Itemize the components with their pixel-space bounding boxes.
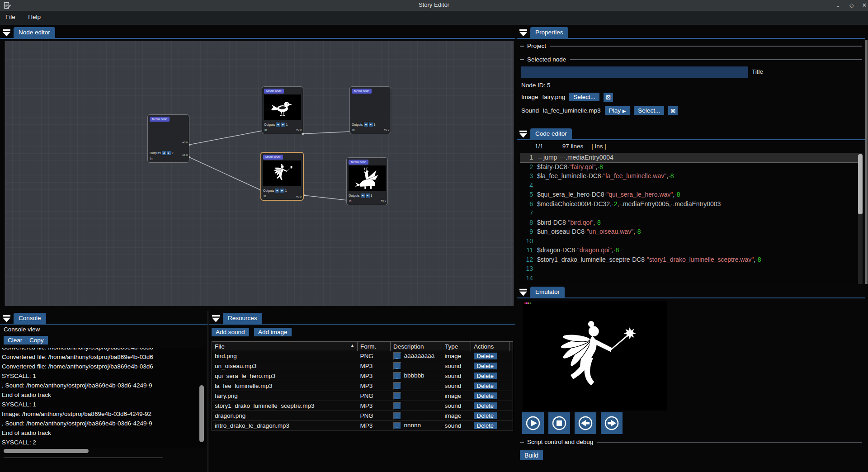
column-description[interactable]: Description [391,342,442,351]
console-clear-button[interactable]: Clear [4,336,26,345]
delete-button[interactable]: Delete [474,373,497,379]
tab-resources[interactable]: Resources [223,313,262,324]
code-line[interactable]: 3$la_fee_luminelle·DC8·"la_fee_luminelle… [520,171,863,181]
add-sound-button[interactable]: Add sound [212,328,249,336]
output-prev-icon[interactable]: ◀ [276,123,280,127]
add-image-button[interactable]: Add image [254,328,292,336]
tab-code-editor[interactable]: Code editor [530,128,572,139]
sound-clear-icon[interactable]: ⊠ [668,106,678,115]
description-edit-button[interactable]: .. [393,402,401,410]
story-node[interactable]: Media nodeOutputs◀▶1In#0 0 [260,152,304,201]
output-prev-icon[interactable]: ◀ [275,189,279,193]
description-edit-button[interactable]: .. [393,382,401,390]
collapse-icon[interactable] [519,29,527,37]
node-connection[interactable] [303,132,350,134]
emulator-stop-button[interactable] [548,412,570,434]
resource-format: MP3 [358,381,391,391]
tab-emulator[interactable]: Emulator [530,287,565,297]
code-line[interactable]: 2$fairy·DC8·"fairy.qoi",·8 [520,162,863,172]
output-next-icon[interactable]: ▶ [366,194,370,198]
output-next-icon[interactable]: ▶ [167,151,171,155]
collapse-icon[interactable] [3,315,10,322]
node-connection[interactable] [189,131,263,145]
story-node[interactable]: Media nodeOutputs◀▶1In#0 0 [346,157,388,205]
minimize-icon[interactable]: ⌄ [833,1,843,9]
code-line[interactable]: 15 Special Text Transition [520,283,863,284]
node-connection[interactable] [304,195,347,200]
description-edit-button[interactable]: .. [393,422,401,430]
code-line[interactable]: 12$story1_drako_luminelle_sceptre·DC8·"s… [520,255,863,264]
delete-button[interactable]: Delete [474,382,497,389]
story-node[interactable]: Media nodeOutputs◀▶1In#0 0 [262,86,303,134]
tab-node-editor[interactable]: Node editor [14,27,55,38]
tab-properties[interactable]: Properties [530,27,568,38]
output-next-icon[interactable]: ▶ [280,189,284,193]
emulator-play-button[interactable] [522,412,544,434]
node-editor-canvas[interactable]: Media nodeOutputs◀▶2In#0 0#1 0Media node… [5,41,514,306]
code-line[interactable]: 10 [520,236,863,246]
node-title-badge: Media node [263,155,283,160]
image-property-row: Image fairy.png Select... ⊠ [521,91,613,103]
console-vertical-scrollbar[interactable] [199,385,204,442]
description-edit-button[interactable]: .. [393,352,401,360]
description-edit-button[interactable]: .. [393,392,401,400]
resource-description: ..bbbbbb [391,371,442,381]
code-line[interactable]: 6$mediaChoice0004·DC32,·2,·.mediaEntry00… [520,199,863,209]
output-next-icon[interactable]: ▶ [369,123,373,127]
collapse-icon[interactable] [3,29,10,37]
close-icon[interactable]: ✕ [859,1,868,9]
resource-file: qui_sera_le_hero.mp3 [212,371,358,381]
column-file[interactable]: File ▲ [212,342,358,351]
code-line[interactable]: 1→jump····.mediaEntry0004 [520,153,863,162]
console-horizontal-scrollbar[interactable] [4,449,89,453]
delete-button[interactable]: Delete [474,402,497,409]
tab-console[interactable]: Console [14,313,46,324]
image-select-button[interactable]: Select... [569,93,599,101]
console-copy-button[interactable]: Copy [25,336,48,345]
menu-file[interactable]: File [0,11,21,23]
code-line[interactable]: 8$bird·DC8·"bird.qoi",·8 [520,218,863,227]
column-format[interactable]: Form. [358,342,391,351]
column-actions[interactable]: Actions [471,342,509,351]
maximize-icon[interactable]: ◇ [847,1,857,9]
right-panel-scrollbar[interactable] [865,40,868,284]
sound-play-button[interactable]: Play ▶ [605,106,630,115]
code-line[interactable]: 5$qui_sera_le_hero·DC8·"qui_sera_le_hero… [520,190,863,199]
menu-help[interactable]: Help [23,11,46,23]
delete-button[interactable]: Delete [474,412,497,419]
code-line[interactable]: 4 [520,181,863,190]
delete-button[interactable]: Delete [474,392,497,399]
column-type[interactable]: Type [442,342,471,351]
story-node[interactable]: Media nodeOutputs◀▶2In#0 0#1 0 [147,114,189,163]
sound-select-button[interactable]: Select... [634,106,664,115]
code-scrollbar-thumb[interactable] [858,154,863,214]
node-connection[interactable] [189,157,261,190]
code-editor-text[interactable]: 1→jump····.mediaEntry00042$fairy·DC8·"fa… [520,153,863,284]
output-prev-icon[interactable]: ◀ [162,151,166,155]
delete-button[interactable]: Delete [474,363,497,369]
collapse-icon[interactable] [212,315,220,322]
description-edit-button[interactable]: .. [393,412,401,420]
delete-button[interactable]: Delete [474,353,497,359]
code-line[interactable]: 7 [520,208,863,218]
description-edit-button[interactable]: .. [393,362,401,370]
output-prev-icon[interactable]: ◀ [361,194,365,198]
code-line[interactable]: 9$un_oiseau·DC8·"un_oiseau.wav",·8 [520,227,863,236]
output-prev-icon[interactable]: ◀ [364,123,368,127]
collapse-icon[interactable] [519,130,527,138]
build-button[interactable]: Build [520,450,543,460]
code-line[interactable]: 13 [520,264,863,274]
node-title-input[interactable] [521,66,748,78]
output-next-icon[interactable]: ▶ [281,123,285,127]
emulator-step-back-button[interactable] [575,412,596,434]
panel-splitter[interactable] [208,311,208,472]
image-clear-icon[interactable]: ⊠ [604,93,613,102]
emulator-step-forward-button[interactable] [601,412,623,434]
delete-button[interactable]: Delete [474,422,497,429]
code-line[interactable]: 11$dragon·DC8·"dragon.qoi",·8 [520,245,863,255]
collapse-icon[interactable] [519,288,527,296]
story-node[interactable]: Media nodeOutputs◀▶1In#0 0 [349,86,391,134]
sound-property-row: Sound la_fee_luminelle.mp3 Play ▶ Select… [521,105,678,116]
code-line[interactable]: 14 [520,274,863,283]
description-edit-button[interactable]: .. [393,372,401,380]
